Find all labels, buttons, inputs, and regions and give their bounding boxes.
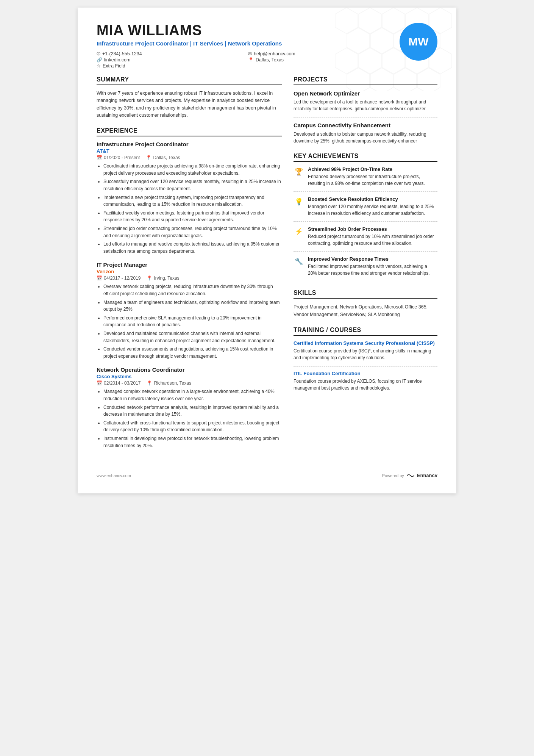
achievement-1: 💡 Boosted Service Resolution Efficiency …	[294, 196, 437, 222]
bullet-item: Implemented a new project tracking syste…	[103, 194, 282, 208]
project-divider	[294, 117, 437, 118]
course-title-1: ITIL Foundation Certification	[294, 371, 437, 376]
summary-heading: SUMMARY	[97, 76, 282, 85]
project-title-1: Campus Connectivity Enhancement	[294, 122, 437, 129]
bullet-item: Conducted vendor assessments and negotia…	[103, 346, 282, 360]
project-title-0: Open Network Optimizer	[294, 90, 437, 97]
bullet-item: Managed a team of engineers and technici…	[103, 299, 282, 313]
training-heading: TRAINING / COURSES	[294, 327, 437, 336]
contact-location: 📍 Dallas, Texas	[248, 57, 392, 63]
bullet-item: Led efforts to manage and resolve comple…	[103, 241, 282, 255]
project-desc-1: Developed a solution to bolster campus n…	[294, 131, 437, 144]
calendar-icon: 📅	[97, 380, 102, 386]
company-2: Cisco Systems	[97, 374, 282, 379]
achievement-desc-2: Reduced project turnaround by 10% with s…	[308, 233, 437, 247]
contact-linkedin: 🔗 linkedin.com	[97, 57, 240, 63]
summary-text: With over 7 years of experience ensuring…	[97, 90, 282, 119]
course-desc-0: Certification course provided by (ISC)²,…	[294, 347, 437, 361]
location-icon: 📍	[248, 57, 254, 63]
left-column: SUMMARY With over 7 years of experience …	[97, 76, 282, 457]
achievement-icon-3: 🔧	[294, 256, 304, 267]
achievement-2: ⚡ Streamlined Job Order Processes Reduce…	[294, 226, 437, 252]
experience-section: EXPERIENCE Infrastructure Project Coordi…	[97, 127, 282, 449]
job-meta-2: 📅 02/2014 - 03/2017 📍 Richardson, Texas	[97, 380, 282, 386]
achievement-icon-2: ⚡	[294, 226, 304, 237]
course-title-0: Certified Information Systems Security P…	[294, 340, 437, 346]
achievement-icon-1: 💡	[294, 196, 304, 207]
projects-heading: PROJECTS	[294, 76, 437, 85]
project-0: Open Network Optimizer Led the developme…	[294, 90, 437, 113]
company-0: AT&T	[97, 148, 282, 154]
training-section: TRAINING / COURSES Certified Information…	[294, 327, 437, 391]
achievement-content-3: Improved Vendor Response Times Facilitat…	[308, 256, 437, 277]
skills-heading: SKILLS	[294, 290, 437, 299]
pin-icon: 📍	[147, 380, 152, 386]
bullet-item: Facilitated weekly vendor meetings, fost…	[103, 210, 282, 224]
pin-icon: 📍	[146, 155, 151, 160]
calendar-icon: 📅	[97, 275, 102, 281]
bullet-item: Developed and maintained communication c…	[103, 330, 282, 344]
achievement-desc-3: Facilitated improved partnerships with v…	[308, 263, 437, 277]
avatar: MW	[400, 23, 437, 61]
bullet-item: Managed complex network operations in a …	[103, 388, 282, 402]
achievement-desc-1: Managed over 120 monthly service request…	[308, 203, 437, 217]
job-title-1: IT Project Manager	[97, 261, 282, 268]
achievement-title-1: Boosted Service Resolution Efficiency	[308, 196, 437, 202]
contact-phone: ✆ +1-(234)-555-1234	[97, 51, 240, 56]
achievement-content-1: Boosted Service Resolution Efficiency Ma…	[308, 196, 437, 217]
email-icon: ✉	[248, 51, 252, 56]
achievement-desc-0: Enhanced delivery processes for infrastr…	[308, 173, 437, 187]
footer: www.enhancv.com Powered by Enhancv	[97, 469, 437, 478]
header-section: MIA WILLIAMS Infrastructure Project Coor…	[97, 23, 437, 69]
skills-section: SKILLS Project Management, Network Opera…	[294, 290, 437, 318]
phone-icon: ✆	[97, 51, 100, 56]
footer-url: www.enhancv.com	[97, 473, 131, 478]
calendar-icon: 📅	[97, 155, 102, 160]
header-info: MIA WILLIAMS Infrastructure Project Coor…	[97, 23, 392, 69]
bullet-item: Instrumental in developing new protocols…	[103, 435, 282, 449]
job-date-2: 📅 02/2014 - 03/2017	[97, 380, 141, 386]
footer-logo: Powered by Enhancv	[382, 473, 437, 478]
bullet-item: Successfully managed over 120 service re…	[103, 178, 282, 192]
main-content: SUMMARY With over 7 years of experience …	[97, 76, 437, 457]
bullet-item: Collaborated with cross-functional teams…	[103, 419, 282, 434]
bullet-item: Performed comprehensive SLA management l…	[103, 315, 282, 329]
project-1: Campus Connectivity Enhancement Develope…	[294, 122, 437, 144]
achievement-content-2: Streamlined Job Order Processes Reduced …	[308, 226, 437, 247]
candidate-name: MIA WILLIAMS	[97, 23, 392, 39]
job-title-2: Network Operations Coordinator	[97, 366, 282, 373]
enhancv-logo-icon	[406, 473, 415, 478]
projects-section: PROJECTS Open Network Optimizer Led the …	[294, 76, 437, 144]
company-1: Verizon	[97, 269, 282, 274]
right-column: PROJECTS Open Network Optimizer Led the …	[294, 76, 437, 457]
achievement-title-2: Streamlined Job Order Processes	[308, 226, 437, 232]
contact-grid: ✆ +1-(234)-555-1234 ✉ help@enhancv.com 🔗…	[97, 51, 392, 69]
experience-heading: EXPERIENCE	[97, 127, 282, 136]
bullet-item: Streamlined job order contracting proces…	[103, 225, 282, 239]
job-meta-1: 📅 04/2017 - 12/2019 📍 Irving, Texas	[97, 275, 282, 281]
job-title-0: Infrastructure Project Coordinator	[97, 141, 282, 147]
job-0: Infrastructure Project Coordinator AT&T …	[97, 141, 282, 255]
summary-section: SUMMARY With over 7 years of experience …	[97, 76, 282, 119]
bullet-item: Coordinated infrastructure projects achi…	[103, 163, 282, 177]
bullet-item: Oversaw network cabling projects, reduci…	[103, 283, 282, 297]
course-1: ITIL Foundation Certification Foundation…	[294, 371, 437, 391]
candidate-title: Infrastructure Project Coordinator | IT …	[97, 40, 392, 47]
bullet-item: Conducted network performance analysis, …	[103, 404, 282, 418]
job-bullets-1: Oversaw network cabling projects, reduci…	[97, 283, 282, 360]
achievement-3: 🔧 Improved Vendor Response Times Facilit…	[294, 256, 437, 281]
job-1: IT Project Manager Verizon 📅 04/2017 - 1…	[97, 261, 282, 360]
contact-extra: ☆ Extra Field	[97, 63, 240, 69]
achievement-title-3: Improved Vendor Response Times	[308, 256, 437, 262]
achievement-icon-0: 🏆	[294, 166, 304, 177]
linkedin-icon: 🔗	[97, 57, 102, 63]
course-0: Certified Information Systems Security P…	[294, 340, 437, 361]
brand-name: Enhancv	[417, 473, 437, 478]
job-location-2: 📍 Richardson, Texas	[147, 380, 191, 386]
course-divider	[294, 366, 437, 367]
powered-by-text: Powered by	[382, 473, 404, 478]
course-desc-1: Foundation course provided by AXELOS, fo…	[294, 378, 437, 391]
job-location-0: 📍 Dallas, Texas	[146, 155, 180, 160]
achievement-content-0: Achieved 98% Project On-Time Rate Enhanc…	[308, 166, 437, 187]
job-2: Network Operations Coordinator Cisco Sys…	[97, 366, 282, 449]
